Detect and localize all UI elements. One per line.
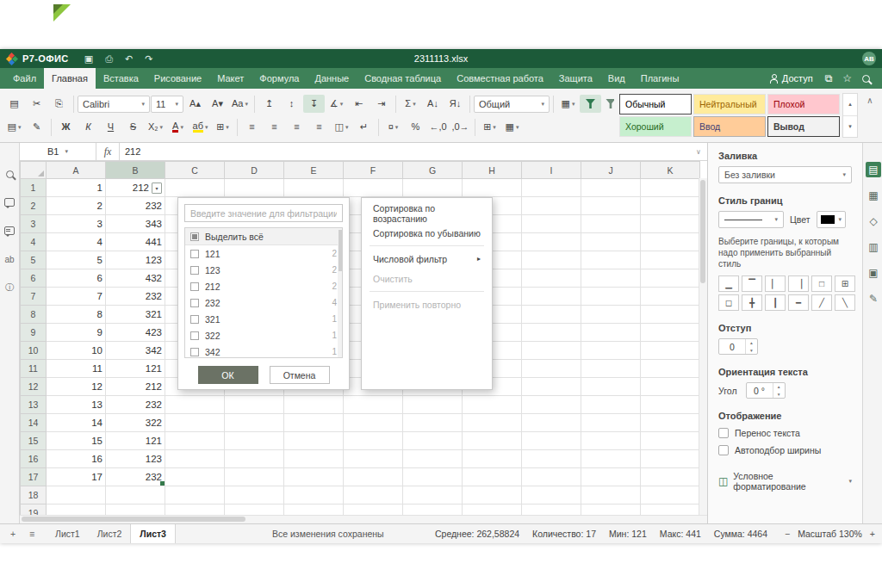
filter-item-232[interactable]: 2324 xyxy=(185,294,342,311)
border-none[interactable]: □ xyxy=(811,275,832,292)
menu-tab-draw[interactable]: Рисование xyxy=(146,68,209,89)
menu-tab-view[interactable]: Вид xyxy=(600,68,633,89)
cell-k13[interactable] xyxy=(641,396,700,414)
expand-formula-bar-icon[interactable]: ∨ xyxy=(690,143,707,160)
cell-i1[interactable] xyxy=(522,179,581,197)
cell-i4[interactable] xyxy=(522,233,581,251)
cell-j1[interactable] xyxy=(581,179,641,197)
sheet-list-icon[interactable]: ≡ xyxy=(26,529,38,539)
column-header-k[interactable]: K xyxy=(641,162,700,179)
insert-function-button[interactable]: fx xyxy=(96,143,120,160)
cell-j8[interactable] xyxy=(581,306,641,324)
cell-a6[interactable]: 6 xyxy=(47,269,106,288)
number-format-select[interactable]: Общий▾ xyxy=(474,96,550,113)
cell-a3[interactable]: 3 xyxy=(47,215,106,233)
cell-style-normal[interactable]: Обычный xyxy=(619,94,692,115)
column-header-h[interactable]: H xyxy=(463,162,522,179)
cell-k12[interactable] xyxy=(641,378,700,396)
change-case-icon[interactable]: Aa▾ xyxy=(229,95,251,113)
cell-j13[interactable] xyxy=(581,396,641,414)
cell-j4[interactable] xyxy=(581,233,641,251)
chart-settings-icon[interactable]: ▥ xyxy=(866,239,881,255)
menu-tab-formula[interactable]: Формула xyxy=(252,68,307,89)
zoom-in-button[interactable]: + xyxy=(870,529,875,539)
row-header-16[interactable]: 16 xyxy=(21,450,47,468)
cell-b19[interactable] xyxy=(106,504,165,516)
filter-item-121[interactable]: 1212 xyxy=(185,245,342,262)
cell-i17[interactable] xyxy=(522,468,581,486)
row-header-14[interactable]: 14 xyxy=(21,414,47,432)
cell-i10[interactable] xyxy=(522,342,581,360)
chat-icon[interactable] xyxy=(3,224,16,238)
cell-a15[interactable]: 15 xyxy=(47,432,106,450)
cell-f13[interactable] xyxy=(344,396,403,414)
cell-j15[interactable] xyxy=(581,432,641,450)
cell-b10[interactable]: 342 xyxy=(106,342,165,360)
cell-e1[interactable] xyxy=(284,179,344,197)
column-header-a[interactable]: A xyxy=(47,162,106,179)
cell-b4[interactable]: 441 xyxy=(106,233,165,251)
cell-a16[interactable]: 16 xyxy=(47,450,106,468)
cell-j6[interactable] xyxy=(581,269,641,288)
cell-e14[interactable] xyxy=(284,414,344,432)
cell-k8[interactable] xyxy=(641,306,700,324)
vertical-scrollbar-thumb[interactable] xyxy=(700,180,705,283)
vertical-scrollbar[interactable] xyxy=(699,178,707,515)
cell-d15[interactable] xyxy=(225,432,284,450)
decrease-indent-icon[interactable]: ⇤ xyxy=(348,95,370,113)
cell-k1[interactable] xyxy=(641,179,700,197)
cell-g14[interactable] xyxy=(403,414,463,432)
cell-k11[interactable] xyxy=(641,360,700,378)
cell-i19[interactable] xyxy=(522,504,581,516)
cancel-button[interactable]: Отмена xyxy=(270,366,330,384)
comments-icon[interactable] xyxy=(3,195,16,209)
increase-decimal-icon[interactable]: ←,0 xyxy=(427,118,449,136)
text-orientation-icon[interactable]: ∡▾ xyxy=(326,95,347,113)
cell-g17[interactable] xyxy=(403,468,463,486)
user-avatar[interactable]: AB xyxy=(862,52,876,65)
font-color-icon[interactable]: А▾ xyxy=(167,118,189,136)
border-right[interactable]: ▕ xyxy=(788,275,809,292)
menu-tab-protection[interactable]: Защита xyxy=(551,68,600,89)
cell-i16[interactable] xyxy=(522,450,581,468)
cell-j17[interactable] xyxy=(581,468,641,486)
cell-a14[interactable]: 14 xyxy=(47,414,106,432)
cell-j7[interactable] xyxy=(581,288,641,306)
image-settings-icon[interactable]: ▣ xyxy=(866,265,881,281)
cell-h18[interactable] xyxy=(463,486,522,504)
cell-d17[interactable] xyxy=(225,468,284,486)
row-header-15[interactable]: 15 xyxy=(21,432,47,450)
cell-d19[interactable] xyxy=(225,504,284,516)
cell-j16[interactable] xyxy=(581,450,641,468)
cell-a13[interactable]: 13 xyxy=(47,396,106,414)
column-header-j[interactable]: J xyxy=(581,162,641,179)
cell-b2[interactable]: 232 xyxy=(106,197,165,215)
cell-i5[interactable] xyxy=(522,251,581,269)
borders-icon[interactable]: ⊞▾ xyxy=(212,118,233,136)
column-header-d[interactable]: D xyxy=(225,162,284,179)
cell-k14[interactable] xyxy=(641,414,700,432)
cell-k2[interactable] xyxy=(641,197,700,215)
menu-item-number-filter[interactable]: Числовой фильтр▸ xyxy=(362,249,492,269)
cell-c17[interactable] xyxy=(165,468,225,486)
cell-b11[interactable]: 121 xyxy=(106,360,165,378)
cell-a7[interactable]: 7 xyxy=(47,288,106,306)
cell-k18[interactable] xyxy=(641,486,700,504)
cell-i7[interactable] xyxy=(522,288,581,306)
shape-settings-icon[interactable]: ◇ xyxy=(866,214,881,229)
search-icon[interactable] xyxy=(3,167,16,181)
cell-j9[interactable] xyxy=(581,324,641,342)
cell-b3[interactable]: 343 xyxy=(106,215,165,233)
cell-k16[interactable] xyxy=(641,450,700,468)
cell-h1[interactable] xyxy=(463,179,522,197)
cell-a19[interactable] xyxy=(47,504,106,516)
column-header-c[interactable]: C xyxy=(165,162,225,179)
cell-h17[interactable] xyxy=(463,468,522,486)
indent-spinner[interactable]: 0 ▴▾ xyxy=(718,338,758,355)
cell-a17[interactable]: 17 xyxy=(47,468,106,486)
menu-tab-pivot[interactable]: Сводная таблица xyxy=(357,68,449,89)
border-outside[interactable]: ◻ xyxy=(718,294,739,311)
cell-j18[interactable] xyxy=(581,486,641,504)
filter-scrollbar-thumb[interactable] xyxy=(339,230,342,271)
subscript-icon[interactable]: X₂▾ xyxy=(145,118,166,136)
